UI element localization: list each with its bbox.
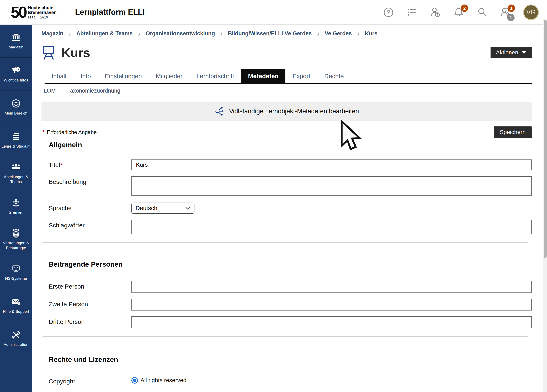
logo-50: 50 xyxy=(11,5,26,19)
titel-input[interactable] xyxy=(131,159,532,170)
sidebar-item-vertretungen[interactable]: Vertretungen & Beauftragte xyxy=(0,223,32,256)
breadcrumb-organisationsentwicklung[interactable]: Organisationsentwicklung xyxy=(146,30,215,37)
sidebar-item-lehre-studium[interactable]: Lehre & Studium xyxy=(0,124,32,157)
university-logo[interactable]: 50 Hochschule Bremerhaven 1975 – 2025 xyxy=(11,5,56,19)
dritte-person-input[interactable] xyxy=(131,316,532,328)
section-divider xyxy=(42,336,528,337)
actions-button[interactable]: Aktionen xyxy=(491,47,532,58)
chevron-right-icon: › xyxy=(220,30,223,37)
subtab-lom[interactable]: LOM xyxy=(44,88,56,94)
resize-grip-icon[interactable] xyxy=(527,191,531,195)
help-icon[interactable]: ? xyxy=(383,7,394,18)
tab-inhalt[interactable]: Inhalt xyxy=(45,69,74,83)
field-row-zweite-person: Zweite Person xyxy=(41,299,532,311)
language-select[interactable]: Deutsch xyxy=(131,203,194,214)
scrollbar-thumb[interactable] xyxy=(544,20,547,258)
chevron-down-icon xyxy=(185,206,190,210)
sidebar-item-abteilungen-teams[interactable]: Abteilungen & Teams xyxy=(0,157,32,190)
tab-rechte[interactable]: Rechte xyxy=(317,69,351,83)
zweite-person-label: Zweite Person xyxy=(41,299,131,308)
field-row-erste-person: Erste Person xyxy=(41,281,532,293)
logo-years: 1975 – 2025 xyxy=(28,16,57,19)
field-row-schlagwoerter: Schlagwörter xyxy=(41,220,532,234)
section-title-personen: Beitragende Personen xyxy=(49,260,532,268)
breadcrumb-abteilungen[interactable]: Abteilungen & Teams xyxy=(76,30,133,37)
list-icon[interactable] xyxy=(406,7,418,18)
search-icon[interactable] xyxy=(476,7,488,18)
scrollbar-track[interactable] xyxy=(543,19,547,392)
notification-count-badge: 2 xyxy=(461,5,468,12)
sidebar-item-magazin[interactable]: Magazin xyxy=(0,25,32,58)
copyright-label: Copyright xyxy=(41,376,131,385)
notifications-bell-icon[interactable]: 2 xyxy=(453,7,465,18)
contacts-badge-bottom: 1 xyxy=(507,14,514,21)
radio-selected-icon[interactable] xyxy=(131,377,138,384)
titel-required-marker: * xyxy=(60,162,62,168)
breadcrumb-magazin[interactable]: Magazin xyxy=(41,30,63,37)
user-status-icon[interactable] xyxy=(430,7,441,18)
field-row-titel: Titel* xyxy=(41,159,532,170)
erste-person-input[interactable] xyxy=(131,281,532,293)
sidebar-item-administration[interactable]: Administration xyxy=(0,322,32,355)
chevron-right-icon: › xyxy=(138,30,140,37)
tab-metadaten[interactable]: Metadaten xyxy=(241,69,285,83)
main-sidebar: Magazin Wichtige Infos Mein Bereich Lehr… xyxy=(0,25,32,392)
chevron-right-icon: › xyxy=(357,30,359,37)
monitor-icon xyxy=(11,264,21,274)
copyright-all-rights-reserved-option[interactable]: All rights reserved xyxy=(131,377,532,384)
mail-question-icon: ? xyxy=(11,297,21,307)
sidebar-item-wichtige-infos[interactable]: Wichtige Infos xyxy=(0,58,32,91)
required-hint: Erforderliche Angabe xyxy=(47,129,97,135)
tab-einstellungen[interactable]: Einstellungen xyxy=(98,69,149,83)
user-avatar[interactable]: VG xyxy=(523,5,539,20)
tools-icon xyxy=(11,330,21,340)
logo-name-line1: Hochschule xyxy=(28,5,57,10)
required-hint-row: * Erforderliche Angabe Speichern xyxy=(42,126,532,138)
subtab-taxonomiezuordnung[interactable]: Taxonomiezuordnung xyxy=(67,88,120,94)
elli-app: 50 Hochschule Bremerhaven 1975 – 2025 Le… xyxy=(0,0,547,392)
field-row-sprache: Sprache Deutsch xyxy=(41,203,532,214)
breadcrumb-bildung-wissen[interactable]: Bildung/Wissen/ELLI Ve Gerdes xyxy=(228,30,312,37)
committee-icon xyxy=(11,198,21,208)
field-row-beschreibung: Beschreibung xyxy=(41,176,532,196)
sidebar-item-gremien[interactable]: Gremien xyxy=(0,190,32,223)
required-marker: * xyxy=(42,129,45,135)
erste-person-label: Erste Person xyxy=(41,281,131,290)
content-right-edge xyxy=(541,25,541,392)
svg-text:?: ? xyxy=(387,9,390,16)
tab-mitglieder[interactable]: Mitglieder xyxy=(149,69,190,83)
breadcrumb-ve-gerdes[interactable]: Ve Gerdes xyxy=(325,30,352,37)
sidebar-item-hilfe-support[interactable]: ? Hilfe & Support xyxy=(0,289,32,322)
section-divider xyxy=(42,242,528,243)
contacts-badge-top: 1 xyxy=(508,5,515,12)
breadcrumb-kurs[interactable]: Kurs xyxy=(365,30,378,37)
sidebar-item-mein-bereich[interactable]: Mein Bereich xyxy=(0,91,32,124)
sidebar-item-hs-systeme[interactable]: HS-Systeme xyxy=(0,256,32,289)
section-allgemein-fields: Titel* Beschreibung Sprache Deutsch xyxy=(41,159,532,234)
edit-full-metadata-banner[interactable]: Vollständige Lernobjekt-Metadaten bearbe… xyxy=(41,102,532,121)
contacts-icon[interactable]: 1 1 xyxy=(500,7,511,18)
svg-text:?: ? xyxy=(18,302,20,305)
smiley-icon xyxy=(11,99,21,108)
section-title-allgemein: Allgemein xyxy=(49,141,532,149)
subtab-bar: LOM Taxonomiezuordnung xyxy=(44,88,532,94)
copyright-option-label: All rights reserved xyxy=(140,377,186,384)
tab-info[interactable]: Info xyxy=(74,69,98,83)
banner-label: Vollständige Lernobjekt-Metadaten bearbe… xyxy=(229,108,359,115)
beschreibung-textarea[interactable] xyxy=(131,176,532,196)
language-select-value: Deutsch xyxy=(136,205,157,212)
dritte-person-label: Dritte Person xyxy=(41,316,131,325)
chevron-right-icon: › xyxy=(69,30,71,37)
save-button[interactable]: Speichern xyxy=(494,126,532,138)
schlagwoerter-input[interactable] xyxy=(131,220,532,234)
megaphone-icon xyxy=(11,66,21,75)
tab-export[interactable]: Export xyxy=(285,69,317,83)
section-rechte-fields: Copyright All rights reserved xyxy=(41,376,532,385)
app-title: Lernplattform ELLI xyxy=(75,8,145,17)
tab-lernfortschritt[interactable]: Lernfortschritt xyxy=(190,69,241,83)
zweite-person-input[interactable] xyxy=(131,299,532,311)
page-title-row: Kurs Aktionen xyxy=(41,43,532,62)
books-icon xyxy=(11,132,21,142)
logo-name-line2: Bremerhaven xyxy=(28,10,57,15)
section-personen-fields: Erste Person Zweite Person Dritte Person xyxy=(41,281,532,328)
